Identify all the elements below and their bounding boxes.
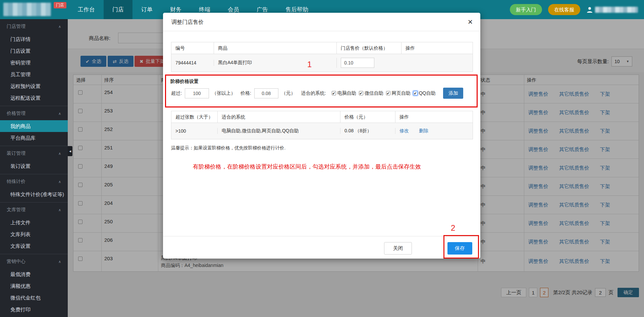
collapse-arrow-icon: ◀ <box>69 150 71 153</box>
sidebar-collapse-handle[interactable]: ◀ <box>68 146 72 156</box>
sidebar-item[interactable]: 我的商品 <box>0 120 68 132</box>
tier-table-row: >100 电脑自助,微信自助,网页自助,QQ自助 0.08 （8折） 修改 删除 <box>171 123 473 139</box>
sidebar: 门店管理∧门店详情门店设置密码管理员工管理远程预约设置远程配送设置价格管理∧我的… <box>0 19 68 317</box>
sidebar-item[interactable]: 门店详情 <box>0 33 68 45</box>
system-checkbox-label: 微信自助 <box>365 90 383 96</box>
annotation-step-2: 2 <box>451 223 455 233</box>
mheader-price: 门店售价（默认价格） <box>336 42 401 54</box>
checked-checkbox-icon: ✔ <box>413 91 418 95</box>
sidebar-section-title[interactable]: 营销中心∧ <box>0 255 68 268</box>
store-badge: 门店 <box>54 2 66 8</box>
sidebar-item[interactable]: 文库列表 <box>0 228 68 240</box>
sidebar-section-title[interactable]: 价格管理∧ <box>0 107 68 120</box>
annotation-step-1: 1 <box>307 60 312 69</box>
tier-table: 超过张数（大于） 适合的系统 价格（元） 操作 >100 电脑自助,微信自助,网… <box>171 111 473 139</box>
mheader-action: 操作 <box>401 42 473 54</box>
over-label: 超过: <box>171 90 182 96</box>
theader-over: 超过张数（大于） <box>171 111 217 123</box>
online-service-button[interactable]: 在线客服 <box>548 4 580 15</box>
sidebar-section-title[interactable]: 文库管理∧ <box>0 203 68 217</box>
product-name: 黑白A4单面打印 <box>214 60 336 66</box>
system-checkbox-3[interactable]: ✔网页自助 <box>386 90 411 96</box>
sidebar-item[interactable]: 满额优惠 <box>0 280 68 292</box>
systems-label: 适合的系统: <box>301 90 326 96</box>
theader-price: 价格（元） <box>340 111 395 123</box>
default-price-input[interactable] <box>341 58 374 68</box>
checked-checkbox-icon: ✔ <box>359 91 363 95</box>
sidebar-item[interactable]: 特殊文件计价(准考证等) <box>0 188 68 200</box>
sidebar-item[interactable]: 微信代金红包 <box>0 292 68 304</box>
nav-item-1[interactable]: 工作台 <box>69 0 104 19</box>
sidebar-item[interactable]: 上传文件 <box>0 217 68 228</box>
sidebar-item[interactable]: 员工管理 <box>0 69 68 80</box>
section-collapse-icon: ∧ <box>58 260 61 264</box>
section-collapse-icon: ∧ <box>58 208 61 212</box>
modal-product-row: 79444414 黑白A4单面打印 <box>171 54 473 72</box>
annotation-save-highlight <box>443 235 479 259</box>
sidebar-item[interactable]: 最低消费 <box>0 268 68 280</box>
sidebar-item[interactable]: 平台商品库 <box>0 132 68 144</box>
system-checkbox-2[interactable]: ✔微信自助 <box>359 90 383 96</box>
modal-title: 调整门店售价 <box>163 13 480 31</box>
section-collapse-icon: ∧ <box>58 25 61 29</box>
over-unit-label: （张以上） <box>212 90 235 96</box>
modal-header: 调整门店售价 ✕ <box>163 13 480 31</box>
tier-price-input[interactable] <box>254 88 278 98</box>
system-checkbox-label: QQ自助 <box>419 90 436 96</box>
checked-checkbox-icon: ✔ <box>332 91 336 95</box>
nav-item-2[interactable]: 门店 <box>104 0 132 19</box>
sidebar-item[interactable]: 远程配送设置 <box>0 92 68 104</box>
modal-close-icon[interactable]: ✕ <box>468 18 473 26</box>
newbie-guide-button[interactable]: 新手入门 <box>510 4 542 15</box>
over-quantity-input[interactable] <box>185 88 209 98</box>
section-collapse-icon: ∧ <box>58 180 61 184</box>
checked-checkbox-icon: ✔ <box>386 91 390 95</box>
system-checkbox-label: 网页自助 <box>392 90 411 96</box>
adjust-price-modal: 调整门店售价 ✕ 1 编号 商品 门店售价（默认价格） 操作 79444414 … <box>163 13 480 259</box>
product-id: 79444414 <box>171 60 214 65</box>
system-checkbox-label: 电脑自助 <box>337 90 356 96</box>
app-logo <box>3 3 51 16</box>
mheader-product: 商品 <box>214 42 336 54</box>
sidebar-item[interactable]: 免费打印 <box>0 304 68 315</box>
price-label: 价格: <box>240 90 251 96</box>
section-collapse-icon: ∧ <box>58 111 61 116</box>
user-icon <box>586 6 593 13</box>
theader-systems: 适合的系统 <box>217 111 340 123</box>
tier-systems-value: 电脑自助,微信自助,网页自助,QQ自助 <box>217 128 340 134</box>
sidebar-item[interactable]: 文库设置 <box>0 240 68 252</box>
modal-tip-text: 温馨提示：如果设置阶梯价格，优先按阶梯价格进行计价. <box>171 145 285 151</box>
sidebar-item[interactable]: 密码管理 <box>0 57 68 69</box>
sidebar-section-title[interactable]: 门店管理∧ <box>0 20 68 33</box>
sidebar-item[interactable]: 装订设置 <box>0 160 68 172</box>
system-checkbox-1[interactable]: ✔电脑自助 <box>332 90 356 96</box>
modal-product-table: 编号 商品 门店售价（默认价格） 操作 79444414 黑白A4单面打印 <box>171 42 473 72</box>
add-tier-button[interactable]: 添加 <box>443 88 463 99</box>
system-checkbox-4[interactable]: ✔QQ自助 <box>413 90 436 96</box>
sidebar-item[interactable]: 门店设置 <box>0 45 68 57</box>
nav-item-3[interactable]: 订单 <box>132 0 161 19</box>
username-blurred <box>595 7 638 13</box>
mheader-id: 编号 <box>171 42 214 54</box>
user-account[interactable] <box>586 6 638 13</box>
tier-edit-link[interactable]: 修改 <box>399 128 409 133</box>
theader-action: 操作 <box>395 111 473 123</box>
sidebar-section-title[interactable]: 装订管理∧ <box>0 147 68 160</box>
sidebar-item[interactable]: 关注公众号 <box>0 315 68 317</box>
tier-section-title: 阶梯价格设置 <box>166 76 477 85</box>
modal-footer: 关闭 保存 <box>163 236 480 259</box>
sidebar-section-title[interactable]: 特殊计价∧ <box>0 175 68 188</box>
price-unit-label: （元） <box>281 90 296 96</box>
tier-delete-link[interactable]: 删除 <box>419 128 428 133</box>
sidebar-item[interactable]: 远程预约设置 <box>0 80 68 92</box>
annotation-guide-text: 有阶梯价格，在阶梯价格设置对应价格区间后，勾选对应系统，并添加，最后点击保存生效 <box>193 163 421 171</box>
tier-price-value: 0.08 （8折） <box>340 128 395 134</box>
tier-price-section: 阶梯价格设置 超过: （张以上） 价格: （元） 适合的系统: ✔电脑自助✔微信… <box>165 75 478 107</box>
tier-over-value: >100 <box>171 128 217 134</box>
modal-close-button[interactable]: 关闭 <box>384 242 412 255</box>
section-collapse-icon: ∧ <box>58 151 61 156</box>
